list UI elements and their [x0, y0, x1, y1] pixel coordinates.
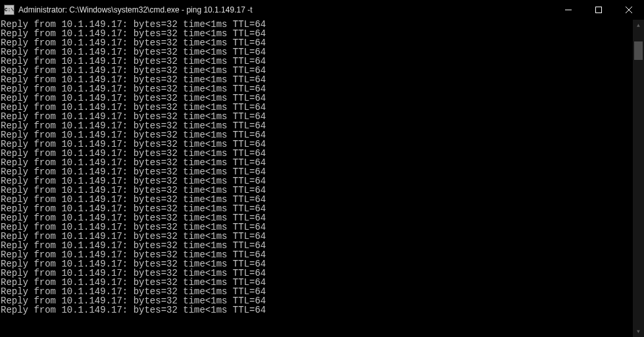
window-title: Administrator: C:\Windows\system32\cmd.e… — [18, 5, 252, 14]
ping-reply-line: Reply from 10.1.149.17: bytes=32 time<1m… — [1, 140, 633, 149]
ping-reply-line: Reply from 10.1.149.17: bytes=32 time<1m… — [1, 112, 633, 121]
ping-reply-line: Reply from 10.1.149.17: bytes=32 time<1m… — [1, 195, 633, 204]
scroll-up-icon[interactable]: ▲ — [633, 20, 644, 31]
ping-reply-line: Reply from 10.1.149.17: bytes=32 time<1m… — [1, 241, 633, 250]
ping-reply-line: Reply from 10.1.149.17: bytes=32 time<1m… — [1, 29, 633, 38]
ping-reply-line: Reply from 10.1.149.17: bytes=32 time<1m… — [1, 75, 633, 84]
ping-reply-line: Reply from 10.1.149.17: bytes=32 time<1m… — [1, 269, 633, 278]
maximize-button[interactable] — [583, 0, 614, 20]
ping-reply-line: Reply from 10.1.149.17: bytes=32 time<1m… — [1, 93, 633, 103]
ping-reply-line: Reply from 10.1.149.17: bytes=32 time<1m… — [1, 84, 633, 93]
ping-reply-line: Reply from 10.1.149.17: bytes=32 time<1m… — [1, 259, 633, 269]
scroll-thumb[interactable] — [634, 41, 643, 60]
ping-reply-line: Reply from 10.1.149.17: bytes=32 time<1m… — [1, 232, 633, 241]
ping-reply-line: Reply from 10.1.149.17: bytes=32 time<1m… — [1, 103, 633, 112]
ping-reply-line: Reply from 10.1.149.17: bytes=32 time<1m… — [1, 222, 633, 232]
cmd-window: C:\ Administrator: C:\Windows\system32\c… — [0, 0, 644, 337]
ping-reply-line: Reply from 10.1.149.17: bytes=32 time<1m… — [1, 204, 633, 213]
svg-rect-1 — [596, 7, 602, 13]
cmd-icon: C:\ — [4, 5, 14, 15]
scrollbar[interactable]: ▲ ▼ — [633, 20, 644, 337]
minimize-button[interactable] — [553, 0, 583, 20]
ping-reply-line: Reply from 10.1.149.17: bytes=32 time<1m… — [1, 176, 633, 186]
ping-reply-line: Reply from 10.1.149.17: bytes=32 time<1m… — [1, 20, 633, 29]
console-body: Reply from 10.1.149.17: bytes=32 time<1m… — [0, 20, 644, 337]
ping-reply-line: Reply from 10.1.149.17: bytes=32 time<1m… — [1, 305, 633, 315]
ping-reply-line: Reply from 10.1.149.17: bytes=32 time<1m… — [1, 167, 633, 176]
ping-reply-line: Reply from 10.1.149.17: bytes=32 time<1m… — [1, 250, 633, 259]
titlebar[interactable]: C:\ Administrator: C:\Windows\system32\c… — [0, 0, 644, 20]
scroll-down-icon[interactable]: ▼ — [633, 326, 644, 337]
ping-reply-line: Reply from 10.1.149.17: bytes=32 time<1m… — [1, 278, 633, 287]
ping-reply-line: Reply from 10.1.149.17: bytes=32 time<1m… — [1, 121, 633, 130]
ping-reply-line: Reply from 10.1.149.17: bytes=32 time<1m… — [1, 38, 633, 47]
console-output[interactable]: Reply from 10.1.149.17: bytes=32 time<1m… — [0, 20, 633, 337]
ping-reply-line: Reply from 10.1.149.17: bytes=32 time<1m… — [1, 57, 633, 66]
window-controls — [553, 0, 644, 20]
ping-reply-line: Reply from 10.1.149.17: bytes=32 time<1m… — [1, 186, 633, 195]
ping-reply-line: Reply from 10.1.149.17: bytes=32 time<1m… — [1, 149, 633, 158]
close-button[interactable] — [614, 0, 644, 20]
ping-reply-line: Reply from 10.1.149.17: bytes=32 time<1m… — [1, 47, 633, 57]
ping-reply-line: Reply from 10.1.149.17: bytes=32 time<1m… — [1, 66, 633, 75]
ping-reply-line: Reply from 10.1.149.17: bytes=32 time<1m… — [1, 213, 633, 222]
ping-reply-line: Reply from 10.1.149.17: bytes=32 time<1m… — [1, 296, 633, 305]
ping-reply-line: Reply from 10.1.149.17: bytes=32 time<1m… — [1, 287, 633, 296]
ping-reply-line: Reply from 10.1.149.17: bytes=32 time<1m… — [1, 158, 633, 167]
ping-reply-line: Reply from 10.1.149.17: bytes=32 time<1m… — [1, 130, 633, 140]
scroll-track[interactable] — [633, 31, 644, 326]
